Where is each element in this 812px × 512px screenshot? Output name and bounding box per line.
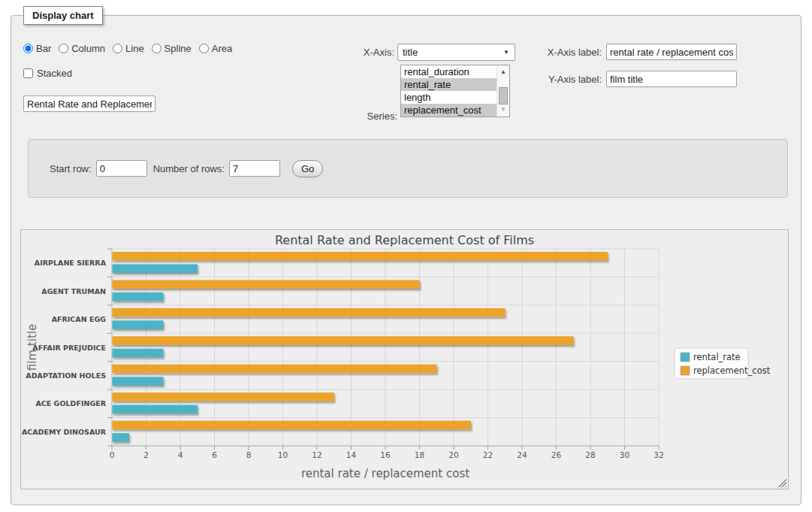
x-axis-tick-label: 6 [212,450,217,459]
category-label: ACE GOLDFINGER [35,399,106,407]
x-axis-select[interactable]: title ▼ [397,44,515,61]
chart-type-radio-area[interactable] [199,44,209,53]
stacked-row: Stacked [23,68,72,79]
scroll-down-icon[interactable]: ▼ [497,107,509,113]
category-label: AIRPLANE SIERRA [35,259,107,267]
bar-rental_rate-AIRPLANE SIERRA[interactable] [113,265,198,274]
x-axis-tick-label: 22 [483,450,493,459]
series-listbox-label: Series: [327,108,397,125]
start-row-input[interactable] [96,160,147,177]
number-of-rows-input[interactable] [229,160,280,177]
y-axis-title: film title [26,324,39,371]
legend-label: replacement_cost [693,365,771,376]
y-axis-label-input[interactable] [606,71,737,87]
chart-type-group: BarColumnLineSplineArea [23,43,232,54]
y-axis-label-label: Y-Axis label: [530,71,602,88]
x-axis-tick-label: 10 [278,450,288,459]
chart-type-radio-bar[interactable] [23,44,33,53]
x-axis-tick-label: 32 [654,450,663,459]
bar-replacement_cost-AGENT TRUMAN[interactable] [113,280,420,289]
series-option-rental_rate[interactable]: rental_rate [401,78,497,91]
series-option-length[interactable]: length [401,91,497,104]
x-axis-tick-label: 26 [551,450,562,459]
x-axis-tick-label: 16 [380,450,391,459]
bar-replacement_cost-AIRPLANE SIERRA[interactable] [113,252,608,261]
bar-replacement_cost-ADAPTATION HOLES[interactable] [113,365,437,374]
row-controls-box: Start row: Number of rows: Go [28,139,788,198]
fieldset-legend: Display chart [23,6,103,25]
chart-type-radio-column[interactable] [59,44,68,53]
x-axis-label-input[interactable] [606,44,737,60]
category-label: AFFAIR PREJUDICE [32,344,106,352]
number-of-rows-label: Number of rows: [153,163,225,174]
chart-type-option-label: Bar [36,43,51,54]
category-label: ADAPTATION HOLES [26,371,106,380]
series-listbox-items: rental_durationrental_ratelengthreplacem… [401,65,497,117]
stacked-checkbox[interactable] [23,68,33,78]
chart-type-radio-spline[interactable] [152,44,161,53]
chart-type-option-bar[interactable]: Bar [23,43,51,54]
chart-type-option-label: Area [212,43,232,54]
bar-rental_rate-ACADEMY DINOSAUR[interactable] [113,433,130,442]
chart-container: Rental Rate and Replacement Cost of Film… [20,229,789,489]
x-axis-title: rental rate / replacement cost [301,467,469,480]
x-axis-tick-label: 8 [246,450,252,459]
chart-type-option-label: Spline [165,43,192,54]
scroll-up-icon[interactable]: ▲ [497,69,509,75]
x-axis-tick-label: 14 [346,450,357,459]
x-axis-tick-label: 18 [415,450,424,459]
bar-replacement_cost-ACADEMY DINOSAUR[interactable] [113,421,472,430]
x-axis-select-label: X-Axis: [327,44,394,61]
chart-type-option-label: Column [71,43,105,54]
bar-rental_rate-AGENT TRUMAN[interactable] [113,292,164,301]
bar-replacement_cost-ACE GOLDFINGER[interactable] [113,392,335,401]
legend-item-replacement_cost[interactable]: replacement_cost [681,365,771,376]
display-chart-fieldset: Display chart BarColumnLineSplineArea St… [11,15,801,505]
legend-item-rental_rate[interactable]: rental_rate [681,352,741,362]
bar-rental_rate-ACE GOLDFINGER[interactable] [113,405,198,414]
chart-type-option-area[interactable]: Area [199,43,232,54]
chart-type-option-line[interactable]: Line [113,43,144,54]
x-axis-tick-label: 12 [312,450,321,459]
chevron-down-icon: ▼ [503,50,509,56]
bar-replacement_cost-AFRICAN EGG[interactable] [113,308,506,317]
category-label: AGENT TRUMAN [41,287,106,295]
scrollbar-thumb[interactable] [499,87,508,105]
chart-title: Rental Rate and Replacement Cost of Film… [275,233,534,247]
stacked-label: Stacked [37,68,72,79]
x-axis-tick-label: 20 [448,450,458,459]
chart-type-radio-line[interactable] [113,44,122,53]
listbox-scrollbar[interactable]: ▲ ▼ [497,65,509,117]
legend-label: rental_rate [693,352,741,362]
go-button[interactable]: Go [292,160,323,177]
start-row-label: Start row: [50,163,92,174]
series-option-replacement_cost[interactable]: replacement_cost [401,104,497,117]
series-listbox[interactable]: rental_durationrental_ratelengthreplacem… [400,65,510,117]
x-axis-tick-label: 4 [178,450,183,459]
series-option-rental_duration[interactable]: rental_duration [401,65,497,78]
x-axis-tick-label: 30 [620,450,629,459]
x-axis-label-label: X-Axis label: [530,44,602,61]
x-axis-tick-label: 28 [585,450,595,459]
chart-title-input[interactable] [23,95,155,112]
category-label: AFRICAN EGG [52,315,107,323]
x-axis-tick-label: 24 [517,450,527,459]
bar-replacement_cost-AFFAIR PREJUDICE[interactable] [113,336,574,345]
x-axis-tick-label: 2 [143,450,149,459]
bar-chart: Rental Rate and Replacement Cost of Film… [21,230,788,489]
chart-type-option-spline[interactable]: Spline [152,43,192,54]
bar-rental_rate-AFFAIR PREJUDICE[interactable] [113,349,164,358]
category-label: ACADEMY DINOSAUR [22,428,107,436]
chart-legend: rental_ratereplacement_cost [675,348,771,379]
bar-rental_rate-AFRICAN EGG[interactable] [113,320,164,329]
x-axis-tick-label: 0 [110,450,115,459]
x-axis-select-value: title [403,47,418,58]
bar-rental_rate-ADAPTATION HOLES[interactable] [113,377,164,386]
chart-type-option-label: Line [125,43,144,54]
chart-type-option-column[interactable]: Column [59,43,105,54]
